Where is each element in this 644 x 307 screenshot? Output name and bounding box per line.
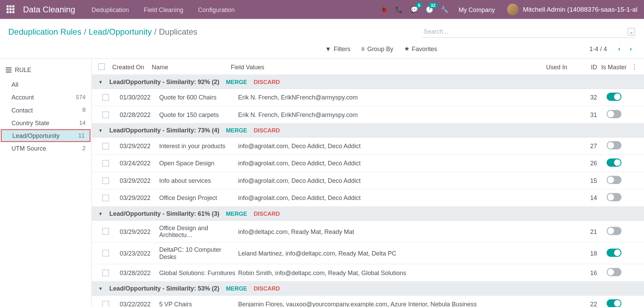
user-menu[interactable]: Mitchell Admin (14088376-saas-15-1-al xyxy=(507,4,637,15)
master-toggle[interactable]: ✕ xyxy=(607,193,621,201)
groupby-button[interactable]: ≡Group By xyxy=(361,45,393,52)
master-toggle[interactable]: ✓ xyxy=(607,299,621,307)
avatar xyxy=(507,4,519,15)
group-header[interactable]: ▼Lead/Opportunity - Similarity: 53% (2)M… xyxy=(92,282,644,296)
pager-next-button[interactable]: › xyxy=(626,44,636,54)
breadcrumb-l2[interactable]: Lead/Opportunity xyxy=(89,27,152,37)
optional-fields-button[interactable]: ⋮ xyxy=(631,63,637,71)
row-checkbox[interactable] xyxy=(102,194,109,201)
row-checkbox[interactable] xyxy=(102,143,109,149)
group-header[interactable]: ▼Lead/Opportunity - Similarity: 92% (2)M… xyxy=(92,75,644,89)
discard-button[interactable]: DISCARD xyxy=(254,127,280,133)
cell-created-on: 03/24/2022 xyxy=(120,160,159,167)
chat-icon[interactable]: 💬5 xyxy=(411,6,418,13)
clock-icon[interactable]: 🕐32 xyxy=(426,6,434,13)
sidebar-header[interactable]: RULE xyxy=(0,64,91,76)
nav-deduplication[interactable]: Deduplication xyxy=(92,6,129,13)
row-checkbox[interactable] xyxy=(102,160,109,166)
cell-field-values: Benjamin Flores, vauxoo@yourcompany.exam… xyxy=(238,300,546,307)
table-row[interactable]: 03/29/2022Office Design Projectinfo@agro… xyxy=(92,189,644,206)
table-row[interactable]: 03/28/2022Global Solutions: FurnituresRo… xyxy=(92,264,644,281)
row-checkbox[interactable] xyxy=(102,228,109,235)
col-created[interactable]: Created On xyxy=(112,63,152,70)
merge-button[interactable]: MERGE xyxy=(226,210,247,217)
col-name[interactable]: Name xyxy=(152,63,231,70)
table-row[interactable]: 01/30/2022Quote for 600 ChairsErik N. Fr… xyxy=(92,89,644,106)
sidebar: RULE AllAccount574Contact8Country State1… xyxy=(0,59,92,307)
cell-master: ✓ xyxy=(597,158,631,168)
nav-configuration[interactable]: Configuration xyxy=(198,6,235,13)
app-title[interactable]: Data Cleaning xyxy=(23,5,75,14)
company-name[interactable]: My Company xyxy=(459,6,495,13)
col-id[interactable]: ID xyxy=(580,63,597,70)
cell-field-values: Leland Martinez, info@deltapc.com, Ready… xyxy=(238,250,546,257)
sidebar-item-utm-source[interactable]: UTM Source2 xyxy=(0,142,91,155)
col-used-in[interactable]: Used In xyxy=(546,63,580,70)
row-checkbox[interactable] xyxy=(102,301,109,307)
table-row[interactable]: 03/24/2022Open Space Designinfo@agrolait… xyxy=(92,155,644,172)
nav-field-cleaning[interactable]: Field Cleaning xyxy=(144,6,183,13)
search-icon[interactable]: ⌄ xyxy=(628,28,635,36)
cell-master: ✓ xyxy=(597,299,631,307)
table-row[interactable]: 03/29/2022Interest in your productsinfo@… xyxy=(92,138,644,155)
select-all-checkbox[interactable] xyxy=(98,63,105,70)
sidebar-item-all[interactable]: All xyxy=(0,78,91,91)
discard-button[interactable]: DISCARD xyxy=(254,210,280,217)
master-toggle[interactable]: ✕ xyxy=(607,227,621,235)
bug-icon[interactable]: 🐞 xyxy=(380,6,388,13)
apps-icon[interactable] xyxy=(7,5,15,14)
group-header[interactable]: ▼Lead/Opportunity - Similarity: 73% (4)M… xyxy=(92,123,644,138)
row-checkbox[interactable] xyxy=(102,269,109,276)
pager-prev-button[interactable]: ‹ xyxy=(615,44,624,54)
cell-field-values: Erik N. French, ErikNFrench@armyspy.com xyxy=(238,111,546,118)
sidebar-item-country-state[interactable]: Country State14 xyxy=(0,117,91,129)
list-view: Created On Name Field Values Used In ID … xyxy=(92,59,644,307)
sidebar-item-label: Lead/Opportunity xyxy=(12,132,60,139)
pager-text[interactable]: 1-4 / 4 xyxy=(590,45,607,52)
cell-field-values: Robin Smith, info@deltapc.com, Ready Mat… xyxy=(238,269,546,276)
row-checkbox[interactable] xyxy=(102,111,109,118)
favorites-button[interactable]: ★Favorites xyxy=(404,45,437,52)
sidebar-item-lead-opportunity[interactable]: Lead/Opportunity11 xyxy=(1,129,90,142)
col-field-values[interactable]: Field Values xyxy=(231,63,546,70)
master-toggle[interactable]: ✕ xyxy=(607,110,621,118)
table-row[interactable]: 03/23/2022DeltaPC: 10 Computer DesksLela… xyxy=(92,243,644,264)
table-row[interactable]: 03/22/20225 VP ChairsBenjamin Flores, va… xyxy=(92,296,644,307)
master-toggle[interactable]: ✓ xyxy=(607,93,621,101)
sidebar-item-account[interactable]: Account574 xyxy=(0,91,91,104)
group-title: Lead/Opportunity - Similarity: 53% (2) xyxy=(109,285,219,292)
master-toggle[interactable]: ✕ xyxy=(607,176,621,184)
sidebar-item-label: UTM Source xyxy=(12,145,46,152)
cell-id: 32 xyxy=(580,94,597,101)
table-row[interactable]: 03/29/2022Office Design and Architectu…i… xyxy=(92,221,644,243)
row-checkbox[interactable] xyxy=(102,94,109,101)
merge-button[interactable]: MERGE xyxy=(226,285,247,292)
merge-button[interactable]: MERGE xyxy=(226,79,247,85)
col-is-master[interactable]: Is Master xyxy=(597,63,631,70)
wrench-icon[interactable]: 🔧 xyxy=(441,6,449,13)
group-title: Lead/Opportunity - Similarity: 92% (2) xyxy=(109,78,219,85)
search-input[interactable] xyxy=(422,25,636,38)
cell-name: Office Design and Architectu… xyxy=(159,224,238,238)
merge-button[interactable]: MERGE xyxy=(226,127,247,133)
discard-button[interactable]: DISCARD xyxy=(254,79,280,85)
filter-icon: ▼ xyxy=(325,45,331,52)
hamburger-icon xyxy=(6,67,12,72)
master-toggle[interactable]: ✓ xyxy=(607,158,621,167)
group-header[interactable]: ▼Lead/Opportunity - Similarity: 61% (3)M… xyxy=(92,206,644,221)
row-checkbox[interactable] xyxy=(102,177,109,184)
breadcrumb-l1[interactable]: Deduplication Rules xyxy=(8,27,81,37)
phone-icon[interactable]: 📞 xyxy=(395,6,403,13)
table-row[interactable]: 02/28/2022Quote for 150 carpetsErik N. F… xyxy=(92,106,644,123)
master-toggle[interactable]: ✕ xyxy=(607,141,621,150)
row-checkbox[interactable] xyxy=(102,250,109,256)
table-row[interactable]: 03/29/2022Info about servicesinfo@agrola… xyxy=(92,172,644,189)
master-toggle[interactable]: ✕ xyxy=(607,268,621,276)
master-toggle[interactable]: ✓ xyxy=(607,248,621,257)
sidebar-item-contact[interactable]: Contact8 xyxy=(0,104,91,116)
cell-created-on: 03/29/2022 xyxy=(120,228,159,235)
filters-button[interactable]: ▼Filters xyxy=(325,45,350,52)
cell-master: ✕ xyxy=(597,176,631,185)
cell-created-on: 03/28/2022 xyxy=(120,269,159,276)
discard-button[interactable]: DISCARD xyxy=(254,285,280,292)
